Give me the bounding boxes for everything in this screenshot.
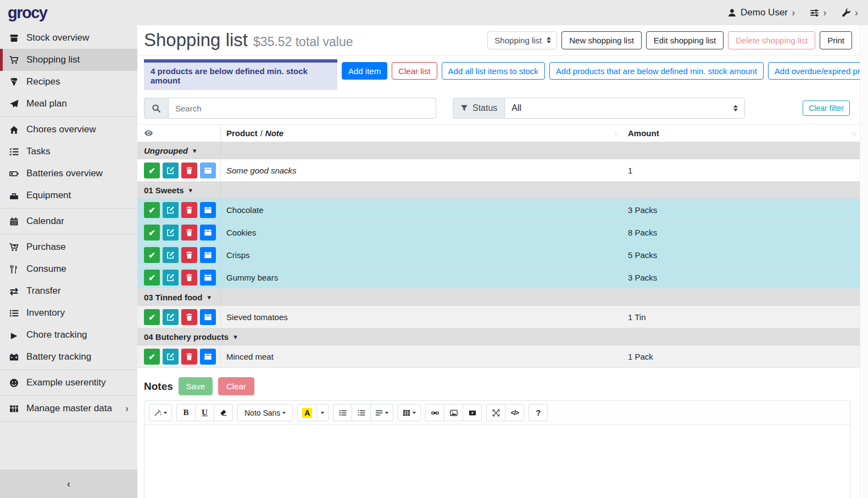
edit-icon [166, 228, 175, 237]
sidebar-item-consume[interactable]: Consume [0, 258, 137, 280]
help-button[interactable]: ? [528, 404, 548, 421]
edit-item-button[interactable] [163, 349, 179, 365]
delete-item-button[interactable] [181, 309, 197, 325]
clear-filter-button[interactable]: Clear filter [803, 100, 850, 116]
mark-done-button[interactable]: ✔ [144, 349, 160, 365]
delete-shopping-list-button[interactable]: Delete shopping list [728, 31, 815, 49]
code-view-button[interactable]: </> [505, 404, 524, 421]
add-overdue-button[interactable]: Add overdue/expired products [768, 62, 868, 80]
sidebar-item-tasks[interactable]: Tasks [0, 141, 137, 163]
style-magic-button[interactable] [149, 404, 172, 421]
group-header-butchery[interactable]: 04 Butchery products ▾ [137, 328, 860, 345]
clear-format-button[interactable] [214, 404, 233, 421]
edit-shopping-list-button[interactable]: Edit shopping list [646, 31, 724, 49]
sidebar-item-batteries-overview[interactable]: Batteries overview [0, 163, 137, 184]
mark-done-button[interactable]: ✔ [144, 163, 160, 178]
sidebar-item-chore-tracking[interactable]: ▶ Chore tracking [0, 324, 137, 346]
column-header-visibility[interactable] [137, 125, 221, 142]
column-header-product[interactable]: Product / Note ↑↓ [221, 125, 622, 142]
add-to-stock-button[interactable] [200, 349, 216, 365]
insert-video-button[interactable] [463, 404, 482, 421]
add-to-stock-button[interactable] [200, 202, 216, 218]
admin-menu[interactable]: › [842, 8, 858, 18]
sidebar-item-manage-master-data[interactable]: Manage master data › [0, 398, 137, 419]
add-to-stock-button[interactable] [200, 270, 216, 286]
print-button[interactable]: Print [820, 31, 852, 49]
unordered-list-button[interactable] [333, 404, 352, 421]
column-header-amount[interactable]: Amount ↑↓ [622, 125, 860, 142]
add-to-stock-button[interactable] [200, 225, 216, 240]
add-to-stock-button[interactable] [200, 247, 216, 263]
sidebar-item-chores-overview[interactable]: Chores overview [0, 119, 137, 141]
delete-item-button[interactable] [181, 225, 197, 240]
group-header-sweets[interactable]: 01 Sweets ▾ [137, 182, 860, 199]
ordered-list-button[interactable] [352, 404, 371, 421]
add-to-stock-button[interactable] [200, 309, 216, 325]
insert-image-button[interactable] [444, 404, 463, 421]
sidebar-item-stock-overview[interactable]: Stock overview [0, 27, 137, 49]
fullscreen-button[interactable] [486, 404, 505, 421]
sidebar-item-recipes[interactable]: Recipes [0, 71, 137, 93]
search-input[interactable] [168, 98, 436, 119]
notes-clear-button[interactable]: Clear [218, 377, 254, 395]
shopping-list-table: Product / Note ↑↓ Amount ↑↓ Ungrouped ▾ … [137, 124, 860, 368]
insert-table-button[interactable] [398, 404, 421, 421]
new-shopping-list-button[interactable]: New shopping list [561, 31, 642, 49]
edit-item-button[interactable] [163, 247, 179, 263]
font-color-more-button[interactable] [316, 404, 329, 421]
grocy-logo[interactable]: grocy [8, 5, 47, 21]
notes-section-header: Notes Save Clear [137, 368, 860, 400]
sidebar-item-meal-plan[interactable]: Meal plan [0, 93, 137, 115]
delete-item-button[interactable] [181, 163, 197, 178]
add-below-min-button[interactable]: Add products that are below defined min.… [549, 62, 764, 80]
sidebar-item-transfer[interactable]: ⇄ Transfer [0, 280, 137, 302]
caret-down-icon: ▾ [207, 293, 211, 301]
add-item-button[interactable]: Add item [342, 62, 387, 80]
status-filter-select[interactable]: All [504, 98, 745, 119]
sidebar-item-example-userentity[interactable]: Example userentity [0, 372, 137, 394]
paragraph-align-button[interactable] [370, 404, 393, 421]
insert-link-button[interactable] [425, 404, 444, 421]
clear-list-button[interactable]: Clear list [392, 62, 437, 80]
edit-item-button[interactable] [163, 270, 179, 286]
sidebar-item-purchase[interactable]: Purchase [0, 236, 137, 258]
search-icon [144, 98, 168, 119]
user-menu[interactable]: Demo User › [727, 7, 795, 18]
add-all-to-stock-button[interactable]: Add all list items to stock [442, 62, 545, 80]
delete-item-button[interactable] [181, 247, 197, 263]
notes-save-button[interactable]: Save [179, 377, 213, 395]
bold-button[interactable]: B [176, 404, 196, 421]
sidebar-item-calendar[interactable]: Calendar [0, 210, 137, 232]
settings-menu[interactable]: › [810, 8, 826, 18]
edit-item-button[interactable] [163, 202, 179, 218]
group-header-ungrouped[interactable]: Ungrouped ▾ [137, 142, 860, 159]
sidebar-item-equipment[interactable]: Equipment [0, 184, 137, 206]
table-row: ✔ Gummy bears 3 Packs [137, 266, 860, 289]
edit-item-button[interactable] [163, 309, 179, 325]
sidebar-item-inventory[interactable]: Inventory [0, 302, 137, 324]
shopping-list-select[interactable]: Shopping list [487, 31, 557, 49]
delete-item-button[interactable] [181, 270, 197, 286]
underline-button[interactable]: U [195, 404, 214, 421]
mark-done-button[interactable]: ✔ [144, 247, 160, 263]
edit-item-button[interactable] [163, 225, 179, 240]
sidebar-collapse-button[interactable]: ‹ [0, 469, 137, 498]
edit-item-button[interactable] [163, 163, 179, 178]
scrollbar[interactable] [860, 25, 868, 498]
table-row: ✔ Cookies 8 Packs [137, 221, 860, 244]
font-color-button[interactable]: A [297, 404, 317, 421]
group-header-tinned-food[interactable]: 03 Tinned food ▾ [137, 289, 860, 306]
mark-done-button[interactable]: ✔ [144, 309, 160, 325]
delete-item-button[interactable] [181, 202, 197, 218]
font-family-button[interactable]: Noto Sans [237, 404, 293, 421]
ol-icon [358, 409, 365, 417]
delete-item-button[interactable] [181, 349, 197, 365]
home-icon [8, 125, 20, 135]
mark-done-button[interactable]: ✔ [144, 225, 160, 240]
editor-content-area[interactable] [144, 425, 850, 498]
sidebar-item-shopping-list[interactable]: Shopping list [0, 49, 137, 71]
mark-done-button[interactable]: ✔ [144, 202, 160, 218]
add-to-stock-button[interactable] [200, 163, 216, 178]
sidebar-item-battery-tracking[interactable]: Battery tracking [0, 346, 137, 368]
mark-done-button[interactable]: ✔ [144, 270, 160, 286]
